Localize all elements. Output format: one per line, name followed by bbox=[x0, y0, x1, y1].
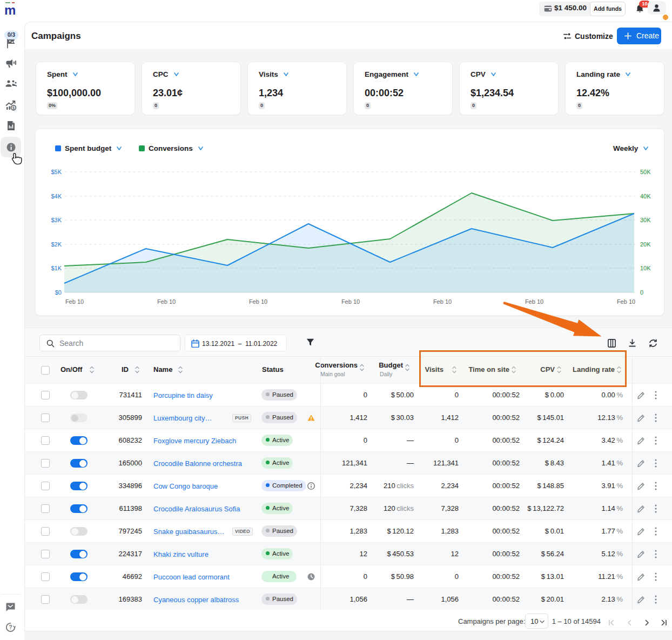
svg-text:$: $ bbox=[12, 106, 15, 110]
svg-text:?: ? bbox=[9, 624, 12, 630]
